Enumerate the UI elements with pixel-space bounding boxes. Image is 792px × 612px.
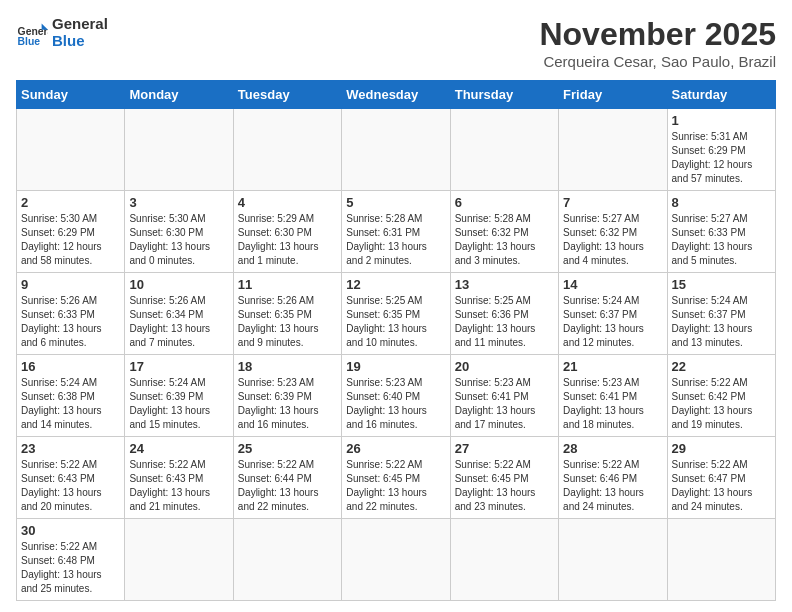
day-number-16: 16	[21, 359, 120, 374]
day-cell-20: 20Sunrise: 5:23 AMSunset: 6:41 PMDayligh…	[450, 355, 558, 437]
day-number-22: 22	[672, 359, 771, 374]
empty-cell	[233, 519, 341, 601]
day-number-6: 6	[455, 195, 554, 210]
day-info-7: Sunrise: 5:27 AMSunset: 6:32 PMDaylight:…	[563, 212, 662, 268]
empty-cell	[342, 519, 450, 601]
day-cell-23: 23Sunrise: 5:22 AMSunset: 6:43 PMDayligh…	[17, 437, 125, 519]
day-cell-17: 17Sunrise: 5:24 AMSunset: 6:39 PMDayligh…	[125, 355, 233, 437]
day-info-13: Sunrise: 5:25 AMSunset: 6:36 PMDaylight:…	[455, 294, 554, 350]
header-monday: Monday	[125, 81, 233, 109]
empty-cell	[559, 109, 667, 191]
day-number-29: 29	[672, 441, 771, 456]
day-number-19: 19	[346, 359, 445, 374]
day-info-18: Sunrise: 5:23 AMSunset: 6:39 PMDaylight:…	[238, 376, 337, 432]
day-number-7: 7	[563, 195, 662, 210]
logo: General Blue General Blue	[16, 16, 108, 49]
empty-cell	[17, 109, 125, 191]
month-title: November 2025	[539, 16, 776, 53]
day-info-24: Sunrise: 5:22 AMSunset: 6:43 PMDaylight:…	[129, 458, 228, 514]
day-cell-11: 11Sunrise: 5:26 AMSunset: 6:35 PMDayligh…	[233, 273, 341, 355]
day-info-29: Sunrise: 5:22 AMSunset: 6:47 PMDaylight:…	[672, 458, 771, 514]
day-number-10: 10	[129, 277, 228, 292]
day-info-15: Sunrise: 5:24 AMSunset: 6:37 PMDaylight:…	[672, 294, 771, 350]
day-info-22: Sunrise: 5:22 AMSunset: 6:42 PMDaylight:…	[672, 376, 771, 432]
day-number-15: 15	[672, 277, 771, 292]
page-header: General Blue General Blue November 2025 …	[16, 16, 776, 70]
day-info-23: Sunrise: 5:22 AMSunset: 6:43 PMDaylight:…	[21, 458, 120, 514]
header-sunday: Sunday	[17, 81, 125, 109]
day-number-26: 26	[346, 441, 445, 456]
empty-cell	[125, 109, 233, 191]
header-tuesday: Tuesday	[233, 81, 341, 109]
day-cell-24: 24Sunrise: 5:22 AMSunset: 6:43 PMDayligh…	[125, 437, 233, 519]
day-info-28: Sunrise: 5:22 AMSunset: 6:46 PMDaylight:…	[563, 458, 662, 514]
day-cell-10: 10Sunrise: 5:26 AMSunset: 6:34 PMDayligh…	[125, 273, 233, 355]
day-number-17: 17	[129, 359, 228, 374]
day-number-5: 5	[346, 195, 445, 210]
header-friday: Friday	[559, 81, 667, 109]
header-wednesday: Wednesday	[342, 81, 450, 109]
day-info-9: Sunrise: 5:26 AMSunset: 6:33 PMDaylight:…	[21, 294, 120, 350]
week-row-4: 16Sunrise: 5:24 AMSunset: 6:38 PMDayligh…	[17, 355, 776, 437]
day-number-4: 4	[238, 195, 337, 210]
day-cell-1: 1Sunrise: 5:31 AMSunset: 6:29 PMDaylight…	[667, 109, 775, 191]
day-number-18: 18	[238, 359, 337, 374]
empty-cell	[450, 109, 558, 191]
day-info-4: Sunrise: 5:29 AMSunset: 6:30 PMDaylight:…	[238, 212, 337, 268]
week-row-5: 23Sunrise: 5:22 AMSunset: 6:43 PMDayligh…	[17, 437, 776, 519]
day-info-30: Sunrise: 5:22 AMSunset: 6:48 PMDaylight:…	[21, 540, 120, 596]
day-cell-12: 12Sunrise: 5:25 AMSunset: 6:35 PMDayligh…	[342, 273, 450, 355]
day-number-30: 30	[21, 523, 120, 538]
day-info-17: Sunrise: 5:24 AMSunset: 6:39 PMDaylight:…	[129, 376, 228, 432]
weekday-header-row: Sunday Monday Tuesday Wednesday Thursday…	[17, 81, 776, 109]
day-info-27: Sunrise: 5:22 AMSunset: 6:45 PMDaylight:…	[455, 458, 554, 514]
day-number-27: 27	[455, 441, 554, 456]
day-number-24: 24	[129, 441, 228, 456]
day-info-1: Sunrise: 5:31 AMSunset: 6:29 PMDaylight:…	[672, 130, 771, 186]
week-row-6: 30Sunrise: 5:22 AMSunset: 6:48 PMDayligh…	[17, 519, 776, 601]
day-cell-27: 27Sunrise: 5:22 AMSunset: 6:45 PMDayligh…	[450, 437, 558, 519]
day-cell-3: 3Sunrise: 5:30 AMSunset: 6:30 PMDaylight…	[125, 191, 233, 273]
day-cell-14: 14Sunrise: 5:24 AMSunset: 6:37 PMDayligh…	[559, 273, 667, 355]
day-cell-26: 26Sunrise: 5:22 AMSunset: 6:45 PMDayligh…	[342, 437, 450, 519]
day-cell-15: 15Sunrise: 5:24 AMSunset: 6:37 PMDayligh…	[667, 273, 775, 355]
day-number-25: 25	[238, 441, 337, 456]
day-cell-16: 16Sunrise: 5:24 AMSunset: 6:38 PMDayligh…	[17, 355, 125, 437]
day-info-12: Sunrise: 5:25 AMSunset: 6:35 PMDaylight:…	[346, 294, 445, 350]
day-number-23: 23	[21, 441, 120, 456]
empty-cell	[667, 519, 775, 601]
day-info-19: Sunrise: 5:23 AMSunset: 6:40 PMDaylight:…	[346, 376, 445, 432]
day-number-3: 3	[129, 195, 228, 210]
day-number-14: 14	[563, 277, 662, 292]
day-cell-2: 2Sunrise: 5:30 AMSunset: 6:29 PMDaylight…	[17, 191, 125, 273]
day-info-8: Sunrise: 5:27 AMSunset: 6:33 PMDaylight:…	[672, 212, 771, 268]
day-cell-22: 22Sunrise: 5:22 AMSunset: 6:42 PMDayligh…	[667, 355, 775, 437]
day-info-25: Sunrise: 5:22 AMSunset: 6:44 PMDaylight:…	[238, 458, 337, 514]
title-block: November 2025 Cerqueira Cesar, Sao Paulo…	[539, 16, 776, 70]
calendar-table: Sunday Monday Tuesday Wednesday Thursday…	[16, 80, 776, 601]
day-cell-29: 29Sunrise: 5:22 AMSunset: 6:47 PMDayligh…	[667, 437, 775, 519]
day-cell-9: 9Sunrise: 5:26 AMSunset: 6:33 PMDaylight…	[17, 273, 125, 355]
day-number-9: 9	[21, 277, 120, 292]
logo-blue-text: Blue	[52, 33, 108, 50]
week-row-1: 1Sunrise: 5:31 AMSunset: 6:29 PMDaylight…	[17, 109, 776, 191]
day-info-10: Sunrise: 5:26 AMSunset: 6:34 PMDaylight:…	[129, 294, 228, 350]
day-info-2: Sunrise: 5:30 AMSunset: 6:29 PMDaylight:…	[21, 212, 120, 268]
day-info-6: Sunrise: 5:28 AMSunset: 6:32 PMDaylight:…	[455, 212, 554, 268]
week-row-3: 9Sunrise: 5:26 AMSunset: 6:33 PMDaylight…	[17, 273, 776, 355]
day-number-2: 2	[21, 195, 120, 210]
day-cell-30: 30Sunrise: 5:22 AMSunset: 6:48 PMDayligh…	[17, 519, 125, 601]
day-number-8: 8	[672, 195, 771, 210]
day-number-1: 1	[672, 113, 771, 128]
logo-general-text: General	[52, 16, 108, 33]
day-number-11: 11	[238, 277, 337, 292]
day-cell-19: 19Sunrise: 5:23 AMSunset: 6:40 PMDayligh…	[342, 355, 450, 437]
day-info-3: Sunrise: 5:30 AMSunset: 6:30 PMDaylight:…	[129, 212, 228, 268]
day-info-14: Sunrise: 5:24 AMSunset: 6:37 PMDaylight:…	[563, 294, 662, 350]
day-cell-21: 21Sunrise: 5:23 AMSunset: 6:41 PMDayligh…	[559, 355, 667, 437]
day-cell-8: 8Sunrise: 5:27 AMSunset: 6:33 PMDaylight…	[667, 191, 775, 273]
day-number-28: 28	[563, 441, 662, 456]
day-info-20: Sunrise: 5:23 AMSunset: 6:41 PMDaylight:…	[455, 376, 554, 432]
day-cell-5: 5Sunrise: 5:28 AMSunset: 6:31 PMDaylight…	[342, 191, 450, 273]
day-info-26: Sunrise: 5:22 AMSunset: 6:45 PMDaylight:…	[346, 458, 445, 514]
